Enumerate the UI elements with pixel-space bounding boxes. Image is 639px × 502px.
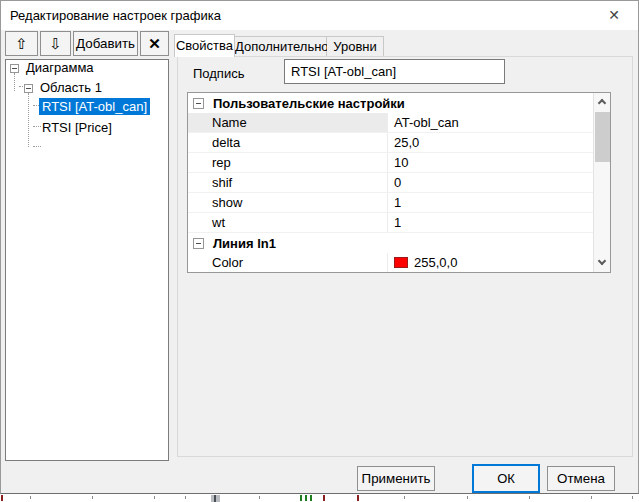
axis-tick (632, 496, 633, 499)
section-title: Пользовательские настройки (213, 96, 405, 111)
green-candle-mark (305, 495, 307, 501)
property-value[interactable]: 1 (387, 213, 593, 232)
collapse-section-icon[interactable] (193, 238, 204, 249)
tree-connector (33, 146, 41, 147)
tree-collapse-icon[interactable] (10, 64, 19, 73)
property-row[interactable]: show 1 (188, 193, 593, 213)
property-row[interactable]: wt 1 (188, 213, 593, 233)
property-row[interactable]: Name AT-obl_can (188, 113, 593, 133)
axis-tick (30, 496, 31, 499)
property-row[interactable]: delta 25,0 (188, 133, 593, 153)
property-value[interactable]: 1 (387, 193, 593, 212)
arrow-down-icon: ⇩ (49, 35, 62, 52)
delete-icon: ✕ (148, 35, 161, 52)
property-row[interactable]: rep 10 (188, 153, 593, 173)
property-value[interactable]: 0 (387, 173, 593, 192)
caption-input[interactable] (284, 59, 505, 84)
property-grid: Пользовательские настройки Name AT-obl_c… (187, 92, 611, 273)
grid-section-line: Линия ln1 (188, 233, 593, 253)
grid-scrollbar[interactable] (593, 93, 610, 272)
scroll-up-icon[interactable] (594, 93, 611, 110)
series-tree-panel: Диаграмма Область 1 RTSI [AT-obl_can] RT… (5, 59, 169, 461)
property-row[interactable]: shif 0 (188, 173, 593, 193)
property-grid-body: Пользовательские настройки Name AT-obl_c… (188, 93, 593, 273)
axis-tick (92, 496, 93, 499)
arrow-up-icon: ⇧ (15, 35, 28, 52)
tree-connector (28, 93, 29, 147)
tree-node-diagram[interactable]: Диаграмма (26, 60, 94, 75)
tree-node-series[interactable]: RTSI [Price] (42, 120, 112, 135)
property-name: wt (188, 213, 387, 232)
move-down-button[interactable]: ⇩ (40, 31, 71, 56)
color-value: 255,0,0 (414, 255, 457, 270)
axis-tick (529, 496, 530, 499)
collapse-section-icon[interactable] (193, 98, 204, 109)
axis-tick (154, 496, 155, 499)
add-button[interactable]: Добавить (73, 31, 138, 56)
caption-label: Подпись (193, 66, 244, 81)
axis-tick (591, 496, 592, 499)
property-row[interactable]: Color 255,0,0 (188, 253, 593, 273)
section-title: Линия ln1 (213, 236, 276, 251)
color-swatch (394, 257, 408, 268)
background-chart-strip (0, 495, 639, 502)
tab-levels[interactable]: Уровни (327, 36, 384, 57)
cancel-button[interactable]: Отмена (547, 466, 615, 491)
green-candle-mark (300, 495, 302, 501)
tree-connector (33, 126, 41, 127)
ok-button[interactable]: ОК (472, 464, 540, 493)
property-name: delta (188, 133, 387, 152)
property-name: Color (188, 253, 387, 272)
axis-tick (185, 496, 186, 499)
close-icon[interactable]: ✕ (600, 5, 628, 25)
tab-properties[interactable]: Свойства (174, 34, 235, 57)
property-value[interactable]: 10 (387, 153, 593, 172)
axis-tick (467, 496, 468, 499)
tree-connector (14, 73, 15, 91)
tree-collapse-icon[interactable] (24, 84, 33, 93)
property-name: rep (188, 153, 387, 172)
grid-section-user-settings: Пользовательские настройки (188, 93, 593, 113)
tab-additional[interactable]: Дополнительно (235, 36, 327, 57)
red-candle-mark (323, 495, 325, 501)
green-candle-mark (310, 495, 312, 501)
red-candle-mark (1, 495, 3, 501)
dialog-title: Редактирование настроек графика (10, 8, 221, 23)
move-up-button[interactable]: ⇧ (5, 31, 38, 56)
background-bar-dark (214, 495, 216, 502)
chart-settings-dialog: Редактирование настроек графика ✕ ⇧ ⇩ До… (0, 0, 639, 494)
property-value[interactable]: AT-obl_can (387, 113, 593, 132)
property-value[interactable]: 25,0 (387, 133, 593, 152)
property-name: shif (188, 173, 387, 192)
axis-tick (404, 496, 405, 499)
scroll-down-icon[interactable] (594, 255, 611, 272)
property-name: show (188, 193, 387, 212)
property-value[interactable]: 255,0,0 (387, 253, 593, 272)
scrollbar-thumb[interactable] (595, 112, 610, 162)
property-name: Name (188, 113, 387, 132)
delete-button[interactable]: ✕ (140, 31, 169, 56)
apply-button[interactable]: Применить (357, 466, 435, 491)
tree-node-series-selected[interactable]: RTSI [AT-obl_can] (39, 98, 150, 115)
title-bar: Редактирование настроек графика ✕ (1, 1, 638, 30)
tree-node-area[interactable]: Область 1 (40, 80, 102, 95)
axis-tick (259, 496, 260, 499)
red-candle-mark (357, 495, 359, 501)
